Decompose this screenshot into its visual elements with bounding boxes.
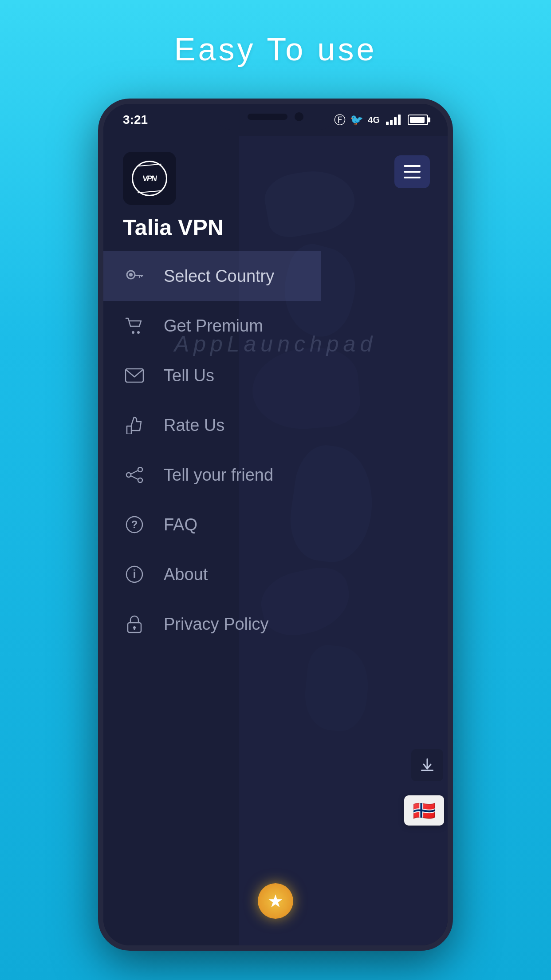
lte-indicator: 4G: [368, 115, 380, 125]
svg-line-12: [131, 476, 138, 479]
phone-frame: 3:21 Ⓕ 🐦 4G: [98, 99, 453, 951]
svg-point-6: [137, 331, 140, 334]
key-icon: [123, 265, 146, 288]
menu-item-tell-friend[interactable]: Tell your friend: [103, 450, 321, 500]
norway-flag-button[interactable]: 🇳🇴: [404, 795, 444, 826]
select-country-label: Select Country: [164, 267, 274, 286]
tell-friend-label: Tell your friend: [164, 466, 273, 485]
about-label: About: [164, 565, 208, 584]
menu-item-select-country[interactable]: Select Country: [103, 251, 321, 301]
app-logo-area: VPN Talia VPN: [123, 152, 224, 241]
lock-icon: [123, 612, 146, 636]
info-icon: i: [123, 563, 146, 586]
status-time: 3:21: [123, 113, 148, 127]
hamburger-line-2: [404, 171, 421, 173]
hamburger-line-3: [404, 177, 421, 178]
svg-rect-20: [421, 770, 433, 771]
menu-item-rate-us[interactable]: Rate Us: [103, 400, 321, 450]
svg-point-5: [132, 331, 134, 334]
drawer-menu: Select Country Get Premium: [103, 251, 321, 649]
faq-label: FAQ: [164, 515, 197, 534]
vpn-logo: VPN: [123, 152, 176, 205]
share-icon: [123, 463, 146, 486]
status-icons: Ⓕ 🐦 4G: [334, 112, 428, 128]
privacy-policy-label: Privacy Policy: [164, 615, 269, 634]
svg-text:i: i: [133, 567, 136, 581]
get-premium-label: Get Premium: [164, 316, 263, 336]
svg-rect-3: [139, 275, 140, 278]
menu-item-about[interactable]: i About: [103, 549, 321, 599]
svg-point-1: [129, 273, 133, 277]
svg-rect-4: [141, 275, 142, 277]
menu-item-tell-us[interactable]: Tell Us: [103, 351, 321, 400]
facebook-icon: Ⓕ: [334, 112, 346, 128]
phone-screen: VPN Talia VPN: [103, 136, 448, 945]
app-name: Talia VPN: [123, 215, 224, 241]
cart-icon: [123, 314, 146, 337]
svg-point-10: [126, 473, 131, 477]
mail-icon: [123, 364, 146, 387]
svg-point-9: [138, 478, 142, 482]
vpn-logo-text: VPN: [142, 174, 157, 183]
rate-us-label: Rate Us: [164, 416, 224, 435]
signal-bars: [386, 115, 401, 125]
question-icon: ?: [123, 513, 146, 536]
power-star-area: ★: [258, 883, 293, 919]
phone-notch: [218, 104, 333, 130]
thumbsup-icon: [123, 414, 146, 437]
hamburger-line-1: [404, 165, 421, 167]
norway-flag-emoji: 🇳🇴: [413, 800, 436, 822]
tell-us-label: Tell Us: [164, 366, 214, 385]
menu-item-privacy[interactable]: Privacy Policy: [103, 599, 321, 649]
svg-rect-19: [134, 628, 135, 630]
notch-speaker: [248, 114, 287, 120]
phone-side-button: [449, 273, 453, 321]
svg-text:?: ?: [131, 518, 138, 530]
app-header: VPN Talia VPN: [103, 136, 448, 251]
battery-icon: [408, 115, 428, 125]
arrow-button[interactable]: [411, 749, 443, 781]
svg-line-11: [131, 470, 138, 474]
menu-item-get-premium[interactable]: Get Premium: [103, 301, 321, 351]
menu-button[interactable]: [394, 155, 430, 188]
notch-camera: [295, 112, 303, 121]
twitter-icon: 🐦: [350, 114, 363, 126]
menu-item-faq[interactable]: ? FAQ: [103, 500, 321, 549]
page-background: Easy To use 3:21 Ⓕ 🐦 4G: [0, 0, 551, 980]
page-title: Easy To use: [174, 31, 377, 67]
svg-rect-7: [126, 369, 143, 382]
svg-point-8: [138, 467, 142, 472]
